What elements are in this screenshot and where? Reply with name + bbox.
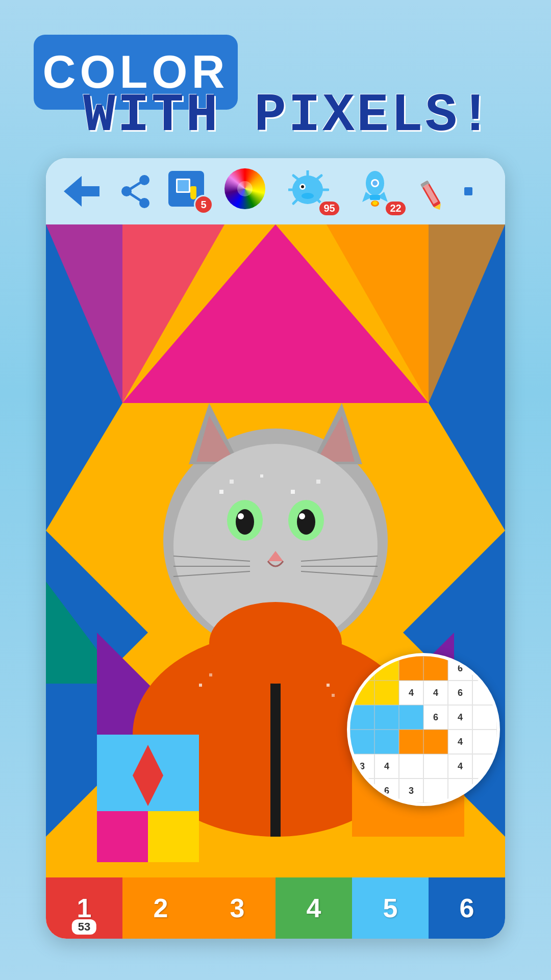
svg-rect-82 [332, 694, 335, 697]
magnifier-cell [472, 681, 497, 705]
svg-rect-26 [370, 195, 380, 200]
magnifier-cell: 4 [374, 754, 399, 778]
magnifier-cell: 4 [399, 681, 423, 705]
magnifier-cell: 4 [448, 754, 472, 778]
magnifier-cell [350, 705, 374, 730]
paint-bucket-button[interactable]: 5 [168, 171, 209, 212]
share-button[interactable] [117, 173, 153, 209]
blowfish-badge: 95 [318, 200, 341, 217]
magnifier-cell: 6 [350, 778, 374, 803]
magnifier-cell: 4 [448, 730, 472, 754]
svg-rect-70 [97, 811, 148, 862]
magnifier-cell: 6 [423, 705, 448, 730]
color-swatch-2[interactable]: 2 [122, 877, 199, 939]
magnifier-cell [472, 754, 497, 778]
magnifier-cell [472, 778, 497, 803]
magnifier-overlay: 6446644344663 [347, 653, 500, 806]
pencil-icon [411, 165, 462, 218]
svg-point-54 [236, 509, 254, 535]
back-button[interactable] [61, 173, 102, 209]
magnifier-cell: 6 [448, 681, 472, 705]
magnifier-cell: 4 [448, 705, 472, 730]
rainbow-icon [224, 168, 265, 209]
svg-rect-81 [327, 684, 330, 687]
rocket-badge: 22 [384, 200, 407, 217]
magnifier-cell: 3 [350, 754, 374, 778]
svg-line-5 [127, 191, 144, 203]
svg-point-28 [372, 201, 378, 205]
magnifier-cell: 6 [448, 656, 472, 681]
magnifier-cell: 6 [374, 778, 399, 803]
magnifier-cell: 4 [423, 681, 448, 705]
magnifier-grid: 6446644344663 [350, 656, 497, 803]
swatch-number-label: 2 [154, 893, 168, 923]
canvas-area[interactable]: 6446644344663 [46, 224, 505, 877]
phone-card: 5 [46, 158, 505, 939]
color-swatch-5[interactable]: 5 [352, 877, 429, 939]
magnifier-cell [399, 656, 423, 681]
swatch-number-label: 1 [77, 893, 92, 923]
svg-rect-7 [178, 180, 189, 191]
svg-marker-0 [64, 176, 99, 207]
svg-point-67 [209, 602, 342, 684]
palette-button[interactable] [224, 168, 270, 214]
pencil-button[interactable] [418, 173, 454, 209]
blowfish-button[interactable]: 95 [286, 168, 337, 214]
magnifier-cell [423, 778, 448, 803]
color-swatch-6[interactable]: 6 [429, 877, 505, 939]
magnifier-cell [423, 754, 448, 778]
color-swatch-1[interactable]: 153 [46, 877, 122, 939]
magnifier-cell [423, 656, 448, 681]
paint-bucket-badge: 5 [194, 195, 213, 214]
magnifier-cell [472, 705, 497, 730]
magnifier-cell [399, 705, 423, 730]
swatch-number-label: 5 [383, 893, 398, 923]
magnifier-cell: 3 [399, 778, 423, 803]
magnifier-cell [350, 681, 374, 705]
rocket-button[interactable]: 22 [352, 168, 403, 214]
svg-point-12 [301, 185, 304, 188]
svg-line-15 [316, 175, 321, 180]
swatch-number-label: 4 [307, 893, 321, 923]
subtitle-text: WITH PIXELS! [51, 87, 525, 146]
magnifier-cell [374, 705, 399, 730]
svg-rect-71 [148, 811, 199, 862]
magnifier-cell [374, 681, 399, 705]
svg-rect-78 [260, 474, 263, 478]
svg-rect-74 [219, 490, 223, 494]
color-swatches-bar: 15323456 [46, 877, 505, 939]
magnifier-cell [472, 730, 497, 754]
toolbar: 5 [46, 158, 505, 224]
svg-rect-77 [316, 480, 320, 484]
svg-rect-75 [230, 480, 234, 484]
svg-point-56 [238, 513, 244, 519]
color-swatch-4[interactable]: 4 [276, 877, 352, 939]
color-swatch-3[interactable]: 3 [199, 877, 276, 939]
magnifier-cell [399, 754, 423, 778]
svg-point-57 [299, 513, 305, 519]
svg-rect-80 [209, 673, 212, 676]
magnifier-cell [350, 656, 374, 681]
magnifier-cell [399, 730, 423, 754]
svg-line-20 [293, 198, 298, 204]
magnifier-cell [374, 730, 399, 754]
svg-point-55 [297, 509, 315, 535]
swatch-count-badge: 53 [72, 919, 96, 935]
svg-rect-76 [291, 490, 295, 494]
magnifier-cell [374, 656, 399, 681]
svg-line-4 [127, 180, 144, 191]
magnifier-cell [472, 656, 497, 681]
svg-point-25 [372, 181, 378, 186]
svg-point-13 [302, 193, 314, 199]
magnifier-cell [423, 730, 448, 754]
magnifier-cell [448, 778, 472, 803]
svg-rect-79 [199, 684, 202, 687]
swatch-number-label: 6 [460, 893, 474, 923]
swatch-number-label: 3 [230, 893, 245, 923]
color-dot [464, 187, 472, 195]
svg-line-17 [293, 175, 298, 180]
magnifier-cell [350, 730, 374, 754]
